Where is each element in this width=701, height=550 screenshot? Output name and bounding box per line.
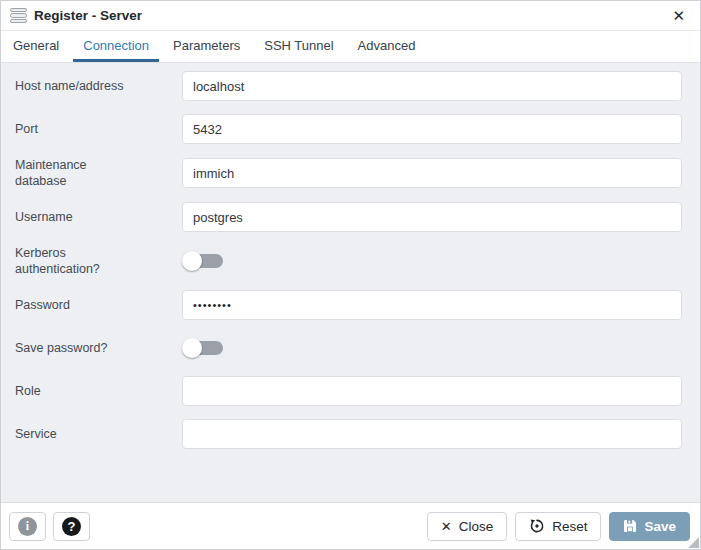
save-password-label: Save password?	[1, 340, 182, 356]
host-label: Host name/address	[1, 78, 182, 94]
username-label: Username	[1, 209, 182, 225]
form-row: Port	[1, 114, 691, 144]
kerberos-authentication-label: Kerberos authentication?	[1, 245, 182, 277]
toggle-knob	[182, 251, 202, 271]
save-password-toggle[interactable]	[182, 338, 223, 358]
role-input[interactable]	[182, 376, 682, 406]
tab-ssh-tunnel[interactable]: SSH Tunnel	[254, 31, 343, 62]
tab-bar: General Connection Parameters SSH Tunnel…	[1, 31, 700, 63]
maintenance-database-label: Maintenance database	[1, 157, 182, 189]
save-button-label: Save	[644, 519, 676, 534]
dialog-footer: i ? ✕ Close Reset	[1, 502, 700, 549]
kerberos-authentication-toggle[interactable]	[182, 251, 223, 271]
host-input[interactable]	[182, 71, 682, 101]
port-label: Port	[1, 121, 182, 137]
password-input[interactable]	[182, 290, 682, 320]
close-button[interactable]: ✕ Close	[427, 512, 507, 541]
server-stack-icon	[10, 8, 27, 24]
role-label: Role	[1, 383, 182, 399]
form-row: Save password?	[1, 333, 691, 363]
form-row: Password	[1, 290, 691, 320]
form-row: Host name/address	[1, 71, 691, 101]
save-button[interactable]: Save	[609, 512, 690, 541]
password-label: Password	[1, 297, 182, 313]
form-row: Role	[1, 376, 691, 406]
form-row: Maintenance database	[1, 157, 691, 189]
service-label: Service	[1, 426, 182, 442]
tab-advanced[interactable]: Advanced	[348, 31, 426, 62]
connection-form: Host name/address Port Maintenance datab…	[1, 63, 700, 502]
username-input[interactable]	[182, 202, 682, 232]
form-row: Username	[1, 202, 691, 232]
save-floppy-icon	[623, 519, 637, 533]
port-input[interactable]	[182, 114, 682, 144]
resize-grip[interactable]	[688, 537, 699, 548]
form-row: Kerberos authentication?	[1, 245, 691, 277]
dialog-header: Register - Server ✕	[1, 1, 700, 31]
form-row: Service	[1, 419, 691, 449]
tab-general[interactable]: General	[3, 31, 69, 62]
sql-info-button[interactable]: i	[9, 512, 46, 541]
help-icon: ?	[62, 517, 81, 536]
service-input[interactable]	[182, 419, 682, 449]
toggle-knob	[182, 338, 202, 358]
close-x-icon: ✕	[441, 520, 452, 533]
tab-connection[interactable]: Connection	[73, 31, 159, 62]
reset-button[interactable]: Reset	[515, 512, 601, 541]
info-icon: i	[18, 517, 37, 536]
tab-parameters[interactable]: Parameters	[163, 31, 250, 62]
close-icon[interactable]: ✕	[669, 6, 688, 25]
help-button[interactable]: ?	[53, 512, 90, 541]
reset-icon	[529, 518, 545, 534]
close-button-label: Close	[459, 519, 494, 534]
reset-button-label: Reset	[552, 519, 587, 534]
register-server-dialog: Register - Server ✕ General Connection P…	[0, 0, 701, 550]
dialog-title: Register - Server	[34, 8, 142, 23]
maintenance-database-input[interactable]	[182, 158, 682, 188]
